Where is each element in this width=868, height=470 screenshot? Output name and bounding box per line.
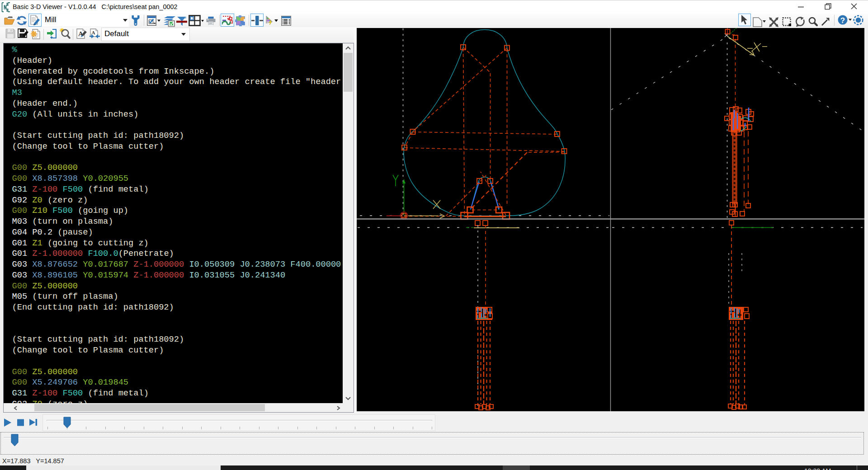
svg-text:A: A [92, 30, 95, 35]
svg-text:?: ? [840, 16, 845, 25]
